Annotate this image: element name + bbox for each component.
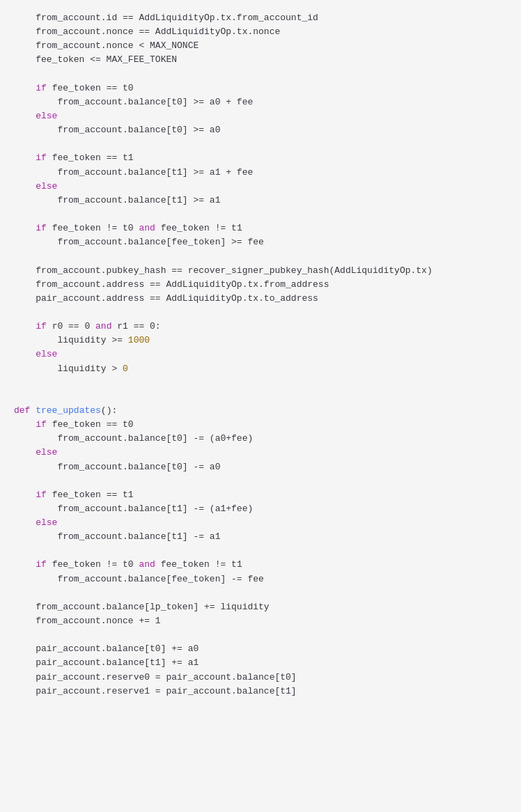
code-line: from_account.balance[t0] -= (a0+fee): [14, 432, 507, 446]
code-token: tree_updates: [36, 405, 101, 416]
code-line: [14, 376, 507, 390]
code-token: r1 == 0:: [111, 321, 160, 331]
code-line: if fee_token == t1: [14, 488, 507, 502]
code-token: if: [36, 321, 47, 331]
code-line: [14, 544, 507, 558]
code-line: else: [14, 109, 507, 123]
code-line: liquidity > 0: [14, 362, 507, 376]
code-line: from_account.balance[t1] -= a1: [14, 530, 507, 544]
code-token: if: [36, 83, 47, 93]
code-line: from_account.balance[fee_token] >= fee: [14, 235, 507, 249]
code-line: pair_account.balance[t0] += a0: [14, 642, 507, 656]
code-token: if: [36, 490, 47, 500]
code-token: fee_token == t0: [47, 419, 134, 430]
code-container: from_account.id == AddLiquidityOp.tx.fro…: [0, 0, 521, 812]
code-token: else: [14, 111, 57, 121]
code-token: and: [139, 559, 155, 570]
code-token: liquidity >=: [14, 335, 128, 345]
code-line: if fee_token == t1: [14, 151, 507, 165]
code-token: fee_token == t1: [47, 153, 134, 163]
code-line: from_account.id == AddLiquidityOp.tx.fro…: [14, 11, 507, 25]
code-token: else: [14, 181, 57, 192]
code-token: [14, 321, 36, 331]
code-line: [14, 137, 507, 151]
code-token: [14, 153, 36, 163]
code-line: [14, 68, 507, 81]
code-token: 0: [123, 364, 128, 374]
code-line: from_account.balance[t1] >= a1: [14, 194, 507, 208]
code-token: if: [36, 153, 47, 163]
code-token: [14, 223, 36, 233]
code-token: if: [36, 559, 47, 570]
code-line: [14, 390, 507, 404]
code-line: [14, 249, 507, 263]
code-line: from_account.balance[t1] -= (a1+fee): [14, 502, 507, 516]
code-token: [14, 490, 36, 500]
code-line: from_account.balance[t0] -= a0: [14, 460, 507, 474]
code-token: ():: [101, 405, 117, 416]
code-line: else: [14, 446, 507, 460]
code-line: [14, 628, 507, 642]
code-line: from_account.nonce += 1: [14, 614, 507, 628]
code-line: def tree_updates():: [14, 404, 507, 418]
code-line: if fee_token == t0: [14, 418, 507, 432]
code-token: if: [36, 419, 47, 430]
code-token: r0 == 0: [47, 321, 95, 331]
code-token: [14, 559, 36, 570]
code-token: from_account.balance[t0] >= a0 + fee: [14, 97, 253, 107]
code-line: pair_account.address == AddLiquidityOp.t…: [14, 292, 507, 306]
code-line: else: [14, 516, 507, 530]
code-line: if fee_token != t0 and fee_token != t1: [14, 221, 507, 235]
code-token: fee_token != t1: [155, 223, 242, 233]
code-line: fee_token <= MAX_FEE_TOKEN: [14, 53, 507, 67]
code-line: from_account.balance[t1] >= a1 + fee: [14, 166, 507, 180]
code-line: from_account.nonce == AddLiquidityOp.tx.…: [14, 25, 507, 39]
code-line: from_account.pubkey_hash == recover_sign…: [14, 264, 507, 278]
code-line: from_account.nonce < MAX_NONCE: [14, 39, 507, 53]
code-line: [14, 586, 507, 600]
code-line: [14, 306, 507, 320]
code-block: from_account.id == AddLiquidityOp.tx.fro…: [14, 11, 507, 698]
code-line: from_account.balance[fee_token] -= fee: [14, 572, 507, 586]
code-line: pair_account.balance[t1] += a1: [14, 656, 507, 670]
code-token: def: [14, 405, 30, 416]
code-token: fee_token == t1: [47, 490, 134, 500]
code-token: liquidity >: [14, 364, 123, 374]
code-line: from_account.balance[t0] >= a0 + fee: [14, 95, 507, 109]
code-line: if fee_token != t0 and fee_token != t1: [14, 558, 507, 572]
code-line: from_account.address == AddLiquidityOp.t…: [14, 278, 507, 292]
code-line: pair_account.reserve0 = pair_account.bal…: [14, 671, 507, 685]
code-line: [14, 474, 507, 488]
code-line: if r0 == 0 and r1 == 0:: [14, 320, 507, 334]
code-token: and: [95, 321, 111, 331]
code-line: from_account.balance[t0] >= a0: [14, 123, 507, 137]
code-token: else: [14, 517, 57, 528]
code-token: [14, 83, 36, 93]
code-token: fee_token != t0: [47, 223, 139, 233]
code-token: fee_token == t0: [47, 83, 134, 93]
code-line: [14, 208, 507, 221]
code-line: else: [14, 180, 507, 194]
code-token: if: [36, 223, 47, 233]
code-line: if fee_token == t0: [14, 81, 507, 95]
code-token: 1000: [128, 335, 150, 345]
code-token: and: [139, 223, 155, 233]
code-line: pair_account.reserve1 = pair_account.bal…: [14, 685, 507, 698]
code-line: else: [14, 348, 507, 361]
code-line: liquidity >= 1000: [14, 334, 507, 348]
code-token: else: [14, 447, 57, 458]
code-token: else: [14, 349, 57, 359]
code-token: fee_token != t0: [47, 559, 139, 570]
code-token: fee_token != t1: [155, 559, 242, 570]
code-line: from_account.balance[lp_token] += liquid…: [14, 600, 507, 614]
code-token: [14, 419, 36, 430]
